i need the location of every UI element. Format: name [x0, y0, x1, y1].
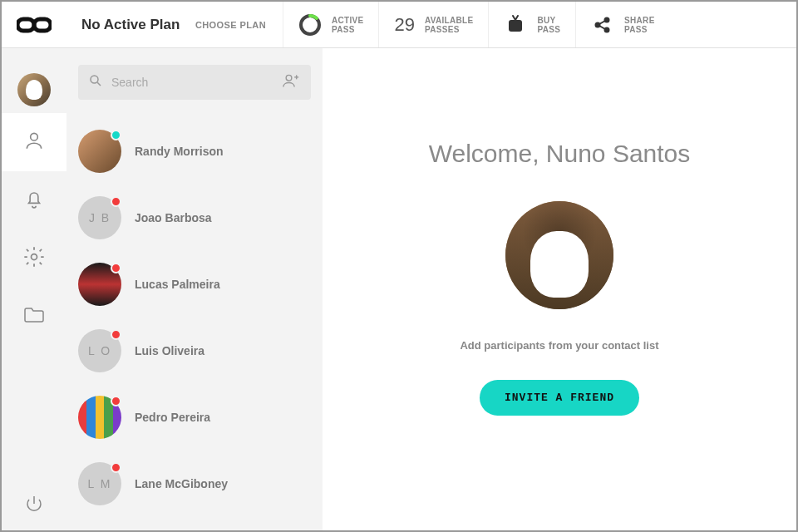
contact-name: Pedro Pereira	[135, 411, 210, 424]
user-avatar-icon	[17, 73, 51, 106]
contacts-list: Randy MorrisonJ BJoao BarbosaLucas Palme…	[78, 118, 311, 517]
contact-row[interactable]: J BJoao Barbosa	[78, 185, 311, 251]
plan-status: No Active Plan CHOOSE PLAN	[66, 15, 283, 35]
bell-icon	[23, 188, 45, 213]
contact-row[interactable]: L MLane McGiboney	[78, 451, 311, 517]
contact-row[interactable]: Lucas Palmeira	[78, 251, 311, 318]
active-pass-line1: ACTIVE	[332, 16, 363, 25]
buy-pass-line1: BUY	[537, 16, 560, 25]
contact-name: Randy Morrison	[135, 145, 224, 158]
app-logo[interactable]	[2, 16, 66, 34]
contact-avatar	[78, 263, 121, 306]
available-passes-button[interactable]: 29 AVAILABLE PASSES	[378, 2, 488, 47]
share-pass-line1: SHARE	[624, 16, 655, 25]
status-dot	[111, 263, 121, 273]
nav-profile[interactable]	[2, 66, 66, 113]
svg-rect-5	[509, 20, 522, 32]
svg-rect-1	[34, 19, 51, 31]
welcome-heading: Welcome, Nuno Santos	[429, 140, 691, 168]
contact-name: Joao Barbosa	[135, 211, 212, 224]
svg-point-15	[286, 75, 292, 81]
welcome-user-avatar	[505, 201, 613, 309]
nav-settings[interactable]	[2, 229, 66, 288]
gear-icon	[22, 245, 46, 272]
svg-line-9	[599, 21, 605, 24]
welcome-subtext: Add participants from your contact list	[460, 339, 658, 352]
link-chain-icon	[17, 16, 52, 34]
status-dot	[111, 196, 121, 207]
available-passes-count: 29	[394, 14, 414, 36]
search-icon	[88, 73, 103, 91]
svg-point-13	[91, 76, 98, 83]
svg-rect-0	[17, 19, 34, 31]
contact-avatar: L M	[78, 462, 121, 505]
active-pass-button[interactable]: ACTIVE PASS	[283, 2, 378, 47]
top-bar: No Active Plan CHOOSE PLAN ACTIVE PASS 2…	[2, 2, 796, 48]
plan-title: No Active Plan	[81, 17, 180, 33]
contact-row[interactable]: Pedro Pereira	[78, 384, 311, 451]
nav-notifications[interactable]	[2, 171, 66, 229]
main-area: Randy MorrisonJ BJoao BarbosaLucas Palme…	[2, 48, 796, 530]
active-pass-ring-icon	[298, 13, 322, 37]
power-icon	[24, 494, 44, 517]
share-icon	[591, 13, 614, 37]
welcome-panel: Welcome, Nuno Santos Add participants fr…	[323, 48, 796, 530]
tv-icon	[504, 13, 527, 37]
svg-line-4	[515, 16, 518, 20]
contact-name: Lane McGiboney	[135, 477, 228, 490]
share-pass-button[interactable]: SHARE PASS	[575, 2, 670, 47]
svg-line-14	[97, 82, 101, 86]
search-bar	[78, 65, 311, 100]
nav-rail	[2, 48, 66, 530]
nav-contacts[interactable]	[2, 113, 66, 171]
svg-line-10	[599, 26, 605, 29]
status-dot	[111, 329, 121, 340]
contact-row[interactable]: Randy Morrison	[78, 118, 311, 185]
status-dot	[111, 462, 121, 473]
status-dot	[111, 396, 121, 406]
contact-avatar	[78, 396, 121, 439]
buy-pass-button[interactable]: BUY PASS	[488, 2, 575, 47]
search-input[interactable]	[111, 76, 274, 89]
svg-point-11	[31, 133, 38, 140]
contact-avatar	[78, 130, 121, 173]
add-person-button[interactable]	[281, 72, 301, 92]
invite-friend-button[interactable]: INVITE A FRIEND	[480, 380, 639, 416]
choose-plan-button[interactable]: CHOOSE PLAN	[189, 15, 273, 35]
contacts-panel: Randy MorrisonJ BJoao BarbosaLucas Palme…	[66, 48, 323, 530]
available-passes-line1: AVAILABLE	[425, 16, 473, 25]
nav-folder[interactable]	[2, 288, 66, 346]
share-pass-line2: PASS	[624, 25, 655, 34]
contact-avatar: J B	[78, 196, 121, 239]
active-pass-line2: PASS	[332, 25, 363, 34]
buy-pass-line2: PASS	[537, 25, 560, 34]
contact-name: Lucas Palmeira	[135, 278, 220, 291]
person-icon	[23, 130, 45, 155]
contact-avatar: L O	[78, 329, 121, 372]
contact-row[interactable]: L OLuis Oliveira	[78, 318, 311, 384]
status-dot	[111, 130, 121, 140]
contact-name: Luis Oliveira	[135, 344, 204, 357]
nav-power[interactable]	[2, 480, 66, 530]
available-passes-line2: PASSES	[425, 25, 473, 34]
folder-icon	[22, 305, 46, 328]
svg-point-12	[32, 254, 37, 260]
